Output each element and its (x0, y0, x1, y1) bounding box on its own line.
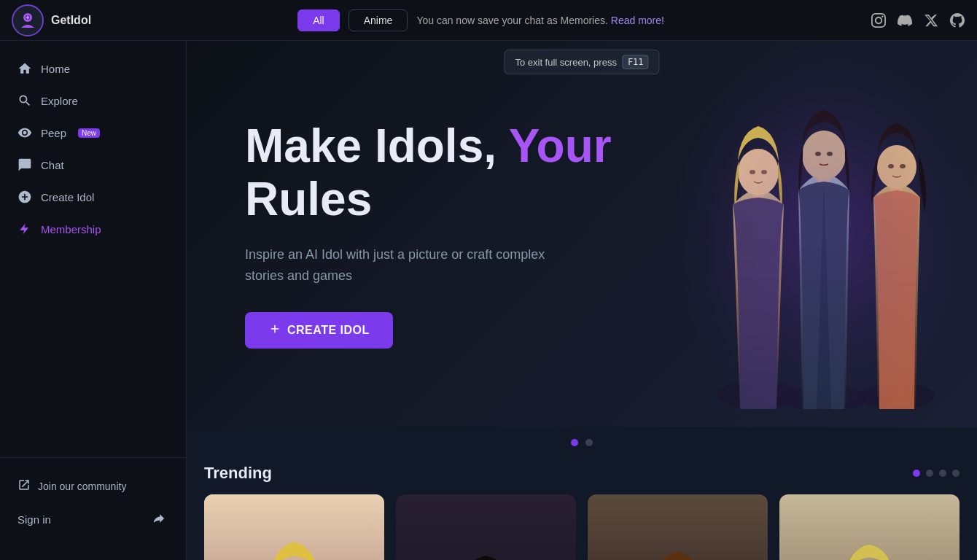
hero-title: Make Idols, Your Rules (245, 120, 919, 227)
content-area: To exit full screen, press F11 Make Idol… (187, 41, 977, 560)
plus-icon (268, 322, 281, 338)
create-icon (17, 190, 32, 204)
cards-row (204, 494, 960, 560)
fullscreen-key: F11 (623, 55, 649, 69)
filter-anime-button[interactable]: Anime (349, 9, 408, 31)
main-layout: Home Explore Peep New Chat (0, 41, 977, 560)
discord-icon[interactable] (897, 12, 913, 28)
join-community-link[interactable]: Join our community (0, 470, 186, 502)
sidebar-bottom: Join our community Sign in (0, 457, 186, 548)
hero-section: Make Idols, Your Rules Inspire an AI Ido… (187, 41, 977, 427)
twitter-icon[interactable] (923, 12, 939, 28)
peep-icon (17, 125, 32, 140)
svg-rect-27 (588, 494, 768, 560)
instagram-icon[interactable] (871, 12, 887, 28)
trending-header: Trending (204, 464, 960, 483)
sidebar-item-chat[interactable]: Chat (0, 149, 186, 181)
create-idol-button[interactable]: CREATE IDOL (245, 312, 393, 349)
trending-section: Trending (187, 464, 977, 560)
sidebar-item-membership[interactable]: Membership (0, 213, 186, 245)
extra-social-icon[interactable] (949, 12, 965, 28)
hero-subtitle: Inspire an AI Idol with just a picture o… (245, 244, 551, 287)
trending-title: Trending (204, 464, 272, 483)
topbar-social (871, 12, 965, 28)
home-icon (17, 61, 32, 76)
trending-card-4[interactable] (779, 494, 960, 560)
sidebar-item-explore[interactable]: Explore (0, 85, 186, 117)
card-1-portrait-svg (204, 494, 384, 560)
logo[interactable] (12, 4, 44, 36)
fullscreen-notice: To exit full screen, press F11 (504, 50, 659, 74)
peep-badge: New (78, 128, 100, 138)
topbar-left: GetIdol (12, 4, 91, 36)
carousel-dot-1[interactable] (571, 439, 578, 446)
trending-card-3[interactable] (588, 494, 768, 560)
trending-card-1[interactable] (204, 494, 384, 560)
svg-rect-22 (396, 494, 576, 560)
sidebar-item-create-idol[interactable]: Create Idol (0, 181, 186, 213)
filter-all-button[interactable]: All (297, 9, 340, 31)
chat-icon (17, 158, 32, 172)
card-4-portrait-svg (779, 494, 960, 560)
external-link-icon (17, 478, 31, 494)
trending-nav-dot-1[interactable] (913, 470, 920, 477)
sign-in-item[interactable]: Sign in (0, 502, 186, 537)
topbar-notice: You can now save your chat as Memories. … (416, 15, 664, 26)
card-3-portrait-svg (588, 494, 768, 560)
hero-content: Make Idols, Your Rules Inspire an AI Ido… (245, 120, 919, 349)
app-name: GetIdol (51, 14, 91, 27)
trending-nav-dot-4[interactable] (952, 470, 960, 477)
topbar-center: All Anime You can now save your chat as … (297, 9, 664, 31)
explore-icon (17, 93, 32, 108)
carousel-dots (187, 427, 977, 464)
sidebar: Home Explore Peep New Chat (0, 41, 187, 560)
trending-nav-dots (913, 470, 960, 477)
topbar: GetIdol All Anime You can now save your … (0, 0, 977, 41)
notice-link[interactable]: Read more! (611, 15, 664, 26)
trending-card-2[interactable] (396, 494, 576, 560)
sidebar-item-home[interactable]: Home (0, 52, 186, 85)
card-2-portrait-svg (396, 494, 576, 560)
sign-in-arrow-icon (154, 511, 168, 528)
trending-nav-dot-2[interactable] (926, 470, 933, 477)
trending-nav-dot-3[interactable] (939, 470, 946, 477)
carousel-dot-2[interactable] (585, 439, 593, 446)
sidebar-item-peep[interactable]: Peep New (0, 117, 186, 149)
membership-icon (17, 222, 32, 236)
